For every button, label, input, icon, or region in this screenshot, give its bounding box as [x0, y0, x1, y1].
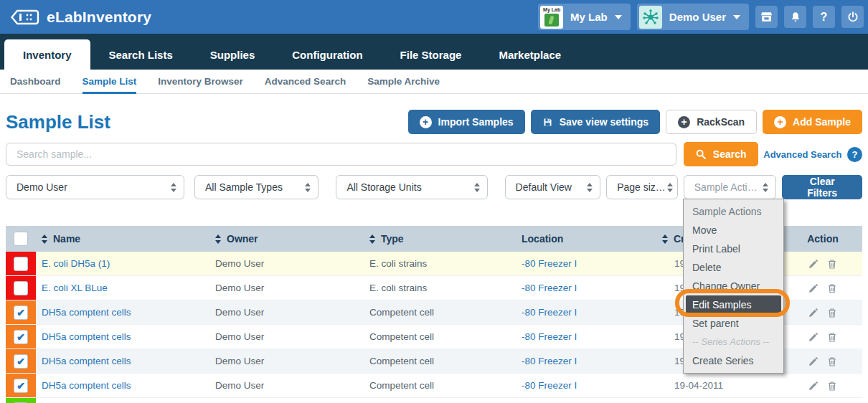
rackscan-button[interactable]: + RackScan [666, 110, 757, 134]
row-checkbox[interactable] [14, 354, 28, 369]
search-help-icon[interactable]: ? [847, 147, 862, 162]
store-button[interactable] [755, 6, 778, 28]
subnav-item[interactable]: Sample List [82, 70, 137, 94]
row-color-strip [6, 398, 36, 403]
select-arrows-icon [474, 183, 481, 192]
subnav-item[interactable]: Dashboard [10, 70, 61, 94]
delete-trash-icon[interactable] [826, 258, 838, 270]
nav-tab[interactable]: Search Lists [90, 39, 192, 70]
edit-pencil-icon[interactable] [808, 356, 819, 367]
subnav-item[interactable]: Sample Archive [367, 70, 440, 94]
menu-item[interactable]: Change Owner [686, 277, 781, 295]
nav-tab[interactable]: Inventory [4, 39, 90, 70]
nav-tab[interactable]: Marketplace [480, 39, 580, 70]
column-header[interactable]: Owner [212, 226, 366, 252]
menu-item[interactable]: Delete [686, 258, 781, 277]
search-button[interactable]: Search [684, 142, 758, 166]
delete-trash-icon[interactable] [826, 356, 838, 367]
select-all-checkbox[interactable] [14, 232, 28, 246]
edit-pencil-icon[interactable] [808, 331, 819, 343]
sort-icon [215, 234, 222, 244]
help-button[interactable]: ? [813, 6, 835, 28]
delete-trash-icon[interactable] [826, 331, 838, 343]
sample-name-link[interactable]: E. coli DH5a (1) [42, 258, 110, 269]
edit-pencil-icon[interactable] [808, 307, 819, 318]
menu-item[interactable]: Print Label [686, 240, 781, 258]
row-checkbox[interactable] [14, 257, 28, 271]
row-checkbox[interactable] [14, 305, 28, 320]
delete-trash-icon[interactable] [826, 283, 838, 294]
save-icon [542, 117, 553, 128]
location-link[interactable]: -80 Freezer I [522, 380, 577, 391]
edit-pencil-icon[interactable] [808, 380, 819, 392]
chevron-down-icon [615, 15, 622, 23]
table-row[interactable]: DH5a comptent cells Demo User Competent … [6, 374, 862, 398]
delete-trash-icon[interactable] [826, 307, 838, 318]
type-cell: Competent cell [366, 374, 506, 397]
location-link[interactable]: -80 Freezer I [522, 331, 577, 342]
search-input[interactable] [6, 143, 676, 166]
chevron-down-icon [733, 15, 740, 23]
location-link[interactable]: -80 Freezer I [522, 307, 577, 318]
menu-item[interactable]: Create Series [686, 351, 781, 370]
sample-name-link[interactable]: DH5a comptent cells [42, 307, 131, 318]
advanced-search-link[interactable]: Advanced Search [758, 149, 848, 160]
logout-button[interactable] [841, 6, 864, 28]
page-size-select[interactable]: Page size 2 [606, 175, 678, 199]
sample-name-link[interactable]: DH5a comptent cells [42, 331, 131, 342]
sample-name-link[interactable]: DH5a comptent cells [42, 356, 131, 366]
select-arrows-icon [587, 183, 593, 192]
column-header[interactable]: Name [36, 226, 212, 252]
row-checkbox[interactable] [14, 281, 28, 295]
owner-cell: Demo User [212, 300, 366, 324]
owner-filter-select[interactable]: Demo User [6, 175, 184, 199]
menu-item[interactable]: Set parent [686, 314, 781, 333]
nav-tab[interactable]: Supplies [192, 39, 274, 70]
notifications-button[interactable] [784, 6, 806, 28]
save-view-settings-button[interactable]: Save view settings [531, 110, 661, 134]
subnav-item[interactable]: Advanced Search [265, 70, 346, 94]
column-header[interactable]: Type [366, 226, 506, 252]
column-header[interactable]: Action [783, 226, 862, 252]
location-link[interactable]: -80 Freezer I [522, 356, 577, 366]
type-cell: E. coli strains [366, 252, 506, 275]
menu-item[interactable]: Move [686, 221, 781, 240]
storage-unit-filter-select[interactable]: All Storage Units [336, 175, 487, 199]
location-link[interactable]: -80 Freezer I [522, 283, 577, 293]
type-cell: Competent cell [366, 349, 506, 373]
owner-cell: Demo User [212, 349, 366, 373]
user-avatar [639, 6, 662, 29]
column-header[interactable]: Location [506, 226, 660, 252]
main-nav: Inventory Search Lists Supplies Configur… [0, 34, 868, 70]
my-lab-label: My Lab [570, 11, 608, 23]
menu-item[interactable]: -- Series Actions -- [686, 333, 781, 351]
sample-name-link[interactable]: DH5a comptent cells [42, 380, 131, 391]
clear-filters-button[interactable]: Clear Filters [782, 175, 862, 199]
edit-pencil-icon[interactable] [808, 258, 819, 270]
nav-tab[interactable]: File Storage [382, 39, 481, 70]
store-icon [760, 10, 773, 24]
sort-icon [369, 234, 376, 244]
location-link[interactable]: -80 Freezer I [522, 258, 577, 269]
import-samples-button[interactable]: + Import Samples [408, 110, 525, 134]
owner-cell: Demo User [212, 252, 366, 275]
delete-trash-icon[interactable] [826, 380, 838, 392]
row-color-strip [6, 252, 36, 275]
add-sample-button[interactable]: + Add Sample [763, 110, 862, 134]
user-menu-button[interactable]: Demo User [637, 4, 749, 30]
edit-pencil-icon[interactable] [808, 283, 819, 294]
nav-tab[interactable]: Configuration [273, 39, 381, 70]
my-lab-menu-button[interactable]: My Lab My Lab [538, 4, 631, 30]
subnav-item[interactable]: Inventory Browser [158, 70, 243, 94]
page-title: Sample List [6, 111, 408, 133]
row-checkbox[interactable] [14, 379, 28, 393]
help-icon: ? [821, 11, 828, 24]
sample-actions-select[interactable]: Sample Actions [684, 175, 777, 199]
menu-item[interactable]: Sample Actions [686, 202, 781, 221]
menu-item[interactable]: Edit Samples [686, 295, 781, 314]
view-filter-select[interactable]: Default View [505, 175, 601, 199]
sample-name-link[interactable]: E. coli XL BLue [42, 283, 108, 293]
plus-circle-icon: + [420, 116, 432, 128]
row-checkbox[interactable] [14, 330, 28, 344]
sample-type-filter-select[interactable]: All Sample Types [194, 175, 319, 199]
